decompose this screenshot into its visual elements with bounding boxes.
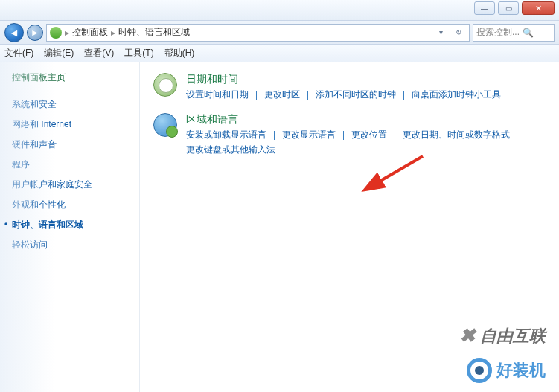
nav-forward-button[interactable]: ► [27,25,43,41]
address-bar[interactable]: ▸ 控制面板 ▸ 时钟、语言和区域 ▾ ↻ [46,24,470,42]
link-add-desktop-clock-gadget[interactable]: 向桌面添加时钟小工具 [412,89,501,101]
sidebar-item-clock-lang-region[interactable]: 时钟、语言和区域 [12,215,133,235]
maximize-icon: ▭ [505,4,512,13]
menu-tools[interactable]: 工具(T) [124,47,153,60]
link-install-display-language[interactable]: 安装或卸载显示语言 [186,129,266,141]
menubar: 文件(F) 编辑(E) 查看(V) 工具(T) 帮助(H) [0,45,559,62]
close-icon: ✕ [535,4,542,13]
category-title-date-time[interactable]: 日期和时间 [186,73,546,86]
watermark-text-2: 好装机 [496,359,546,382]
globe-icon [153,113,177,137]
sidebar-item-hardware-sound[interactable]: 硬件和声音 [12,135,133,155]
close-button[interactable]: ✕ [522,1,555,15]
minimize-icon: — [481,4,488,13]
search-icon: 🔍 [523,28,534,38]
link-divider [307,91,308,100]
menu-view[interactable]: 查看(V) [84,47,114,60]
sidebar-list: 系统和安全 网络和 Internet 硬件和声音 程序 用户帐户和家庭安全 外观… [12,94,133,255]
link-change-date-number-format[interactable]: 更改日期、时间或数字格式 [403,129,510,141]
search-box[interactable]: 搜索控制... 🔍 [473,24,555,42]
sidebar-item-ease-of-access[interactable]: 轻松访问 [12,235,133,255]
links-row-region-2: 更改键盘或其他输入法 [186,144,546,156]
link-change-timezone[interactable]: 更改时区 [264,89,300,101]
sidebar-item-network-internet[interactable]: 网络和 Internet [12,115,133,135]
link-divider [343,131,344,140]
watermark-ziyouhulian: ✖ 自由互联 [459,324,546,347]
sidebar-title[interactable]: 控制面板主页 [12,71,133,84]
link-change-location[interactable]: 更改位置 [351,129,387,141]
category-region-language: 区域和语言 安装或卸载显示语言 更改显示语言 更改位置 更改日期、时间或数字格式… [153,113,546,156]
address-row: ◄ ► ▸ 控制面板 ▸ 时钟、语言和区域 ▾ ↻ 搜索控制... 🔍 [0,21,559,45]
address-dropdown-icon[interactable]: ▾ [433,28,448,36]
breadcrumb-control-panel[interactable]: 控制面板 [72,26,108,39]
watermark-circle-icon [467,358,492,383]
link-set-date-time[interactable]: 设置时间和日期 [186,89,249,101]
breadcrumb-sep: ▸ [65,28,69,38]
breadcrumb-clock-lang-region[interactable]: 时钟、语言和区域 [118,26,190,39]
clock-icon [153,73,177,97]
links-row-region-1: 安装或卸载显示语言 更改显示语言 更改位置 更改日期、时间或数字格式 [186,129,546,141]
menu-file[interactable]: 文件(F) [4,47,33,60]
window-titlebar: — ▭ ✕ [0,0,559,21]
control-panel-icon [50,27,62,39]
links-row-date-time: 设置时间和日期 更改时区 添加不同时区的时钟 向桌面添加时钟小工具 [186,89,546,101]
category-title-region-language[interactable]: 区域和语言 [186,113,546,126]
watermark-x-icon: ✖ [459,324,476,347]
link-divider [395,131,395,140]
annotation-arrow [371,150,430,198]
sidebar-item-programs[interactable]: 程序 [12,155,133,175]
sidebar-item-user-accounts[interactable]: 用户帐户和家庭安全 [12,175,133,195]
link-change-display-language[interactable]: 更改显示语言 [282,129,336,141]
link-change-keyboard-input[interactable]: 更改键盘或其他输入法 [186,144,275,156]
sidebar-item-appearance[interactable]: 外观和个性化 [12,195,133,215]
watermark-text-1: 自由互联 [480,325,546,347]
nav-back-button[interactable]: ◄ [4,23,24,42]
link-divider [256,91,257,100]
breadcrumb-sep: ▸ [111,28,115,38]
sidebar: 控制面板主页 系统和安全 网络和 Internet 硬件和声音 程序 用户帐户和… [0,62,140,392]
watermark-haozhuangji: 好装机 [467,358,546,383]
minimize-button[interactable]: — [474,1,495,15]
window-controls: — ▭ ✕ [471,1,555,15]
refresh-button[interactable]: ↻ [451,28,466,36]
menu-edit[interactable]: 编辑(E) [44,47,74,60]
category-date-time: 日期和时间 设置时间和日期 更改时区 添加不同时区的时钟 向桌面添加时钟小工具 [153,73,546,101]
link-divider [403,91,404,100]
svg-line-0 [377,156,423,183]
link-add-timezone-clocks[interactable]: 添加不同时区的时钟 [316,89,396,101]
sidebar-item-system-security[interactable]: 系统和安全 [12,94,133,115]
search-placeholder: 搜索控制... [476,26,520,39]
link-divider [274,131,275,140]
menu-help[interactable]: 帮助(H) [164,47,195,60]
maximize-button[interactable]: ▭ [498,1,519,15]
